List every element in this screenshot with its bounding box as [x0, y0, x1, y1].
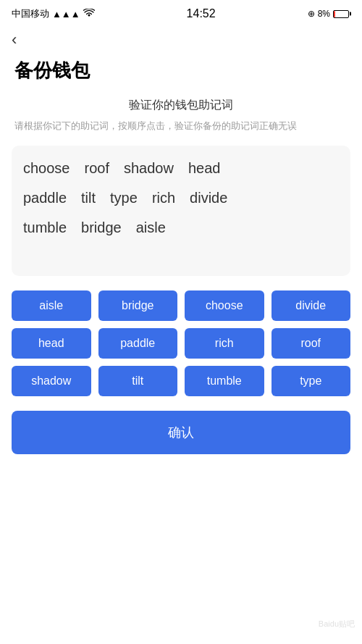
btn-divide[interactable]: divide	[272, 290, 351, 321]
word-rich: rich	[152, 190, 175, 206]
word-grid-row-3: tumble bridge aisle	[23, 219, 339, 236]
word-grid-row-2: paddle tilt type rich divide	[23, 190, 339, 206]
word-grid-box: choose roof shadow head paddle tilt type…	[12, 146, 350, 276]
btn-rich[interactable]: rich	[185, 328, 264, 359]
word-tilt: tilt	[81, 190, 96, 206]
word-button-grid: aisle bridge choose divide head paddle r…	[12, 290, 350, 396]
section-title: 验证你的钱包助记词	[0, 98, 362, 113]
word-paddle: paddle	[23, 190, 67, 206]
word-grid-row-1: choose roof shadow head	[23, 160, 339, 177]
description: 请根据你记下的助记词，按顺序点击，验证你备份的助记词正确无误	[0, 119, 362, 134]
word-tumble: tumble	[23, 219, 67, 236]
word-type: type	[110, 190, 138, 206]
btn-tilt[interactable]: tilt	[98, 366, 178, 396]
word-divide: divide	[190, 190, 227, 206]
wifi-icon	[83, 9, 95, 20]
word-head: head	[188, 160, 221, 177]
word-roof: roof	[85, 160, 109, 177]
btn-aisle[interactable]: aisle	[12, 290, 91, 321]
battery-percent: 8%	[318, 9, 330, 19]
btn-bridge[interactable]: bridge	[98, 290, 178, 321]
battery-icon	[333, 10, 349, 18]
signal-icon: ▲▲▲	[52, 9, 80, 20]
charge-icon: ⊕	[308, 9, 315, 19]
btn-paddle[interactable]: paddle	[98, 328, 178, 359]
status-right: ⊕ 8%	[308, 9, 350, 19]
word-shadow: shadow	[124, 160, 174, 177]
carrier-label: 中国移动	[12, 7, 49, 20]
time-label: 14:52	[187, 7, 216, 20]
status-bar: 中国移动 ▲▲▲ 14:52 ⊕ 8%	[0, 0, 362, 25]
word-choose: choose	[23, 160, 70, 177]
btn-roof[interactable]: roof	[272, 328, 351, 359]
status-left: 中国移动 ▲▲▲	[12, 7, 95, 20]
btn-shadow[interactable]: shadow	[12, 366, 91, 396]
btn-head[interactable]: head	[12, 328, 91, 359]
btn-type[interactable]: type	[272, 366, 351, 396]
btn-tumble[interactable]: tumble	[185, 366, 264, 396]
confirm-button[interactable]: 确认	[12, 411, 350, 454]
watermark: Baidu贴吧	[319, 619, 355, 630]
page-title: 备份钱包	[0, 52, 362, 98]
word-bridge: bridge	[81, 219, 122, 236]
word-aisle: aisle	[136, 219, 166, 236]
back-button[interactable]: ‹	[0, 25, 28, 52]
btn-choose[interactable]: choose	[185, 290, 264, 321]
